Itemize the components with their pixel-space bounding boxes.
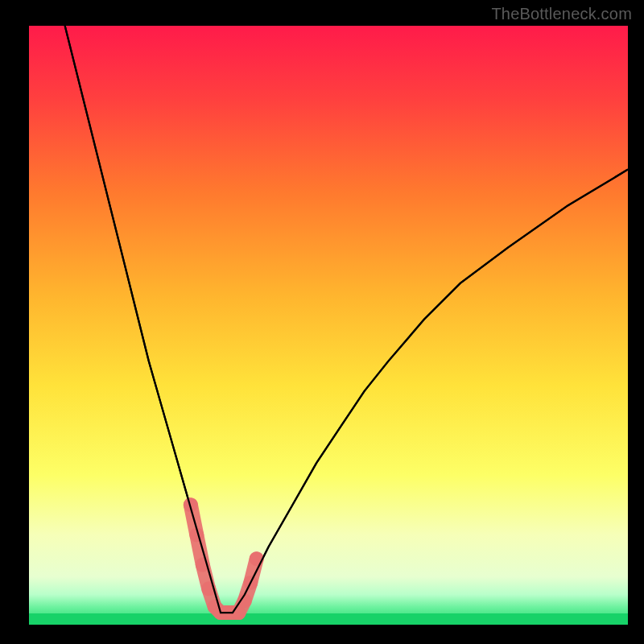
watermark-text: TheBottleneck.com [491,5,632,23]
svg-rect-0 [29,26,628,625]
plot-svg [29,26,628,625]
chart-root: TheBottleneck.com [0,0,644,644]
plot-area [29,26,628,625]
svg-rect-1 [29,613,628,625]
